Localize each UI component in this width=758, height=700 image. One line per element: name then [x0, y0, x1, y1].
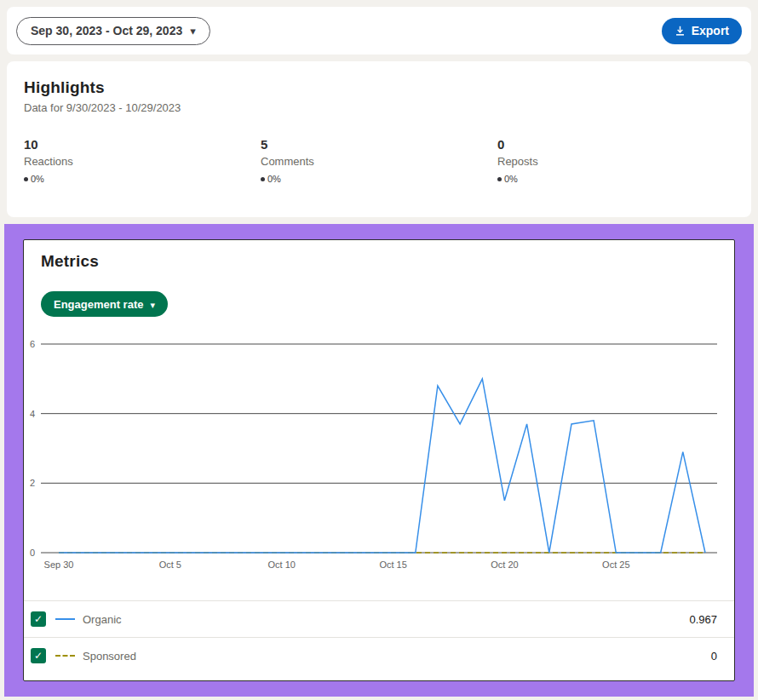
stat-value: 5: [261, 137, 497, 152]
svg-text:6: 6: [30, 339, 35, 349]
svg-text:Oct 10: Oct 10: [268, 559, 296, 570]
legend-row-organic: Organic 0.967: [24, 600, 734, 637]
legend-row-sponsored: Sponsored 0: [24, 637, 734, 674]
stat-delta: 0%: [24, 174, 261, 184]
sponsored-checkbox[interactable]: [31, 648, 46, 663]
metric-selector-label: Engagement rate: [54, 298, 143, 311]
dot-icon: [261, 177, 265, 181]
highlights-title: Highlights: [24, 78, 734, 97]
chevron-down-icon: [190, 24, 196, 37]
legend-value: 0.967: [689, 613, 717, 626]
stat-delta: 0%: [261, 174, 497, 184]
svg-text:0: 0: [30, 548, 35, 558]
export-label: Export: [692, 24, 729, 37]
organic-checkbox[interactable]: [31, 611, 46, 627]
toolbar: Sep 30, 2023 - Oct 29, 2023 Export: [7, 7, 751, 55]
stat-label: Reposts: [497, 155, 734, 168]
svg-text:Sep 30: Sep 30: [44, 559, 74, 570]
svg-text:4: 4: [30, 409, 35, 419]
highlights-card: Highlights Data for 9/30/2023 - 10/29/20…: [7, 61, 751, 217]
stat-value: 10: [24, 137, 261, 152]
highlight-overlay: Metrics Engagement rate 0246Sep 30Oct 5O…: [4, 224, 754, 697]
legend-label: Organic: [83, 613, 122, 626]
svg-text:Oct 5: Oct 5: [159, 559, 181, 570]
svg-text:2: 2: [30, 478, 35, 488]
metrics-chart: 0246Sep 30Oct 5Oct 10Oct 15Oct 20Oct 25: [24, 332, 736, 575]
stat-value: 0: [497, 137, 734, 152]
organic-line-sample: [55, 618, 75, 620]
stat-label: Comments: [261, 155, 497, 168]
svg-text:Oct 20: Oct 20: [491, 559, 518, 570]
stat-reactions: 10 Reactions 0%: [24, 137, 261, 184]
stat-delta-value: 0%: [504, 174, 518, 184]
date-range-selector[interactable]: Sep 30, 2023 - Oct 29, 2023: [16, 17, 210, 45]
sponsored-line-sample: [55, 655, 75, 657]
metrics-card: Metrics Engagement rate 0246Sep 30Oct 5O…: [23, 239, 735, 681]
stat-label: Reactions: [24, 155, 261, 168]
chevron-down-icon: [150, 298, 155, 311]
export-button[interactable]: Export: [662, 18, 742, 44]
stats-row: 10 Reactions 0% 5 Comments 0% 0 Reposts …: [24, 137, 734, 184]
svg-text:Oct 25: Oct 25: [602, 559, 629, 570]
stat-reposts: 0 Reposts 0%: [497, 137, 734, 184]
svg-text:Oct 15: Oct 15: [379, 559, 406, 570]
stat-delta-value: 0%: [267, 174, 281, 184]
dot-icon: [24, 177, 28, 181]
dot-icon: [497, 177, 502, 181]
legend-label: Sponsored: [83, 650, 136, 663]
highlights-subtitle: Data for 9/30/2023 - 10/29/2023: [24, 101, 734, 114]
stat-delta-value: 0%: [31, 174, 44, 184]
metrics-title: Metrics: [41, 252, 717, 271]
stat-comments: 5 Comments 0%: [261, 137, 497, 184]
stat-delta: 0%: [497, 174, 734, 184]
metric-selector[interactable]: Engagement rate: [41, 291, 168, 317]
chart-legend: Organic 0.967 Sponsored 0: [24, 600, 734, 674]
date-range-label: Sep 30, 2023 - Oct 29, 2023: [31, 24, 182, 37]
download-icon: [675, 26, 686, 37]
legend-value: 0: [711, 650, 717, 663]
